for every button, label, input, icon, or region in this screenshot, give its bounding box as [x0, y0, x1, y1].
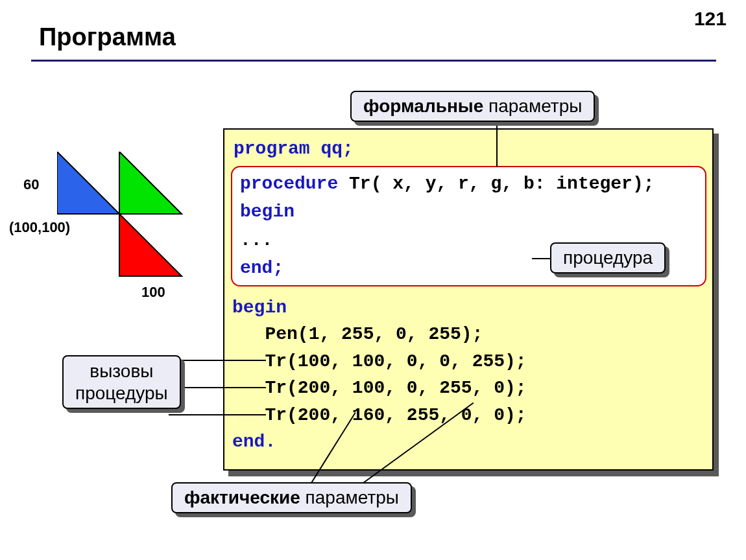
triangle-diagram — [57, 152, 213, 301]
connector-calls-1 — [169, 360, 266, 361]
call-tr2-args: (200, 100, 0, 255, 0); — [287, 378, 527, 398]
code-program-line: program qq; — [234, 136, 712, 163]
callout-calls: вызовы процедуры — [62, 355, 181, 409]
svg-marker-0 — [57, 152, 119, 214]
page-number: 121 — [694, 8, 727, 30]
call-tr1-id: Tr — [232, 351, 287, 371]
callout-formal-strong: формальные — [363, 96, 483, 116]
callout-formal-rest: параметры — [483, 96, 582, 116]
program-body-code: begin Pen(1, 255, 0, 255); Tr(100, 100, … — [232, 294, 527, 456]
kw-procedure: procedure — [240, 174, 338, 194]
connector-formal — [496, 124, 498, 167]
callout-procedure: процедура — [550, 242, 666, 274]
callout-actual-strong: фактические — [184, 487, 300, 508]
page-title: Программа — [39, 23, 176, 51]
callout-actual-params: фактические параметры — [171, 482, 412, 513]
label-coord: (100,100) — [9, 219, 70, 236]
label-100: 100 — [141, 284, 165, 301]
callout-calls-line1: вызовы — [75, 360, 168, 382]
proc-signature: Tr( x, y, r, g, b: integer); — [338, 174, 654, 194]
svg-marker-1 — [119, 152, 182, 214]
label-60: 60 — [23, 176, 39, 193]
call-pen-id: Pen — [232, 324, 298, 344]
svg-marker-2 — [119, 214, 182, 276]
title-divider — [31, 60, 716, 62]
call-tr3-args: (200, 160, 255, 0, 0); — [287, 405, 527, 425]
callout-calls-line2: процедуры — [75, 382, 168, 404]
callout-actual-rest: параметры — [300, 487, 399, 508]
connector-procedure — [532, 258, 550, 259]
connector-calls-3 — [169, 414, 266, 415]
kw-begin: begin — [232, 298, 287, 318]
kw-end: end. — [232, 432, 276, 452]
connector-calls-2 — [169, 387, 266, 388]
kw-begin-proc: begin — [240, 198, 655, 226]
call-pen-args: (1, 255, 0, 255); — [298, 324, 483, 344]
call-tr1-args: (100, 100, 0, 0, 255); — [287, 351, 527, 371]
callout-formal-params: формальные параметры — [350, 91, 595, 122]
